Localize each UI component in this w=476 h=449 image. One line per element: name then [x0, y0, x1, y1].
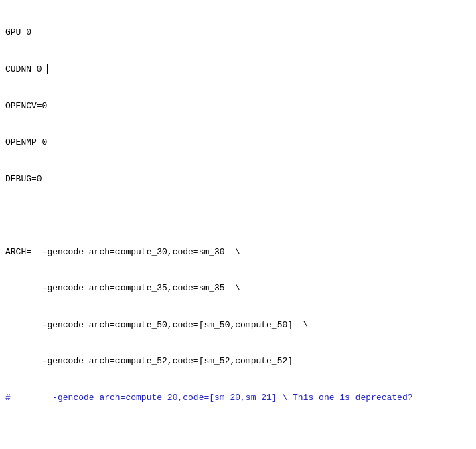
line-8: -gencode arch=compute_35,code=sm_35 \: [5, 282, 471, 294]
line-3: OPENCV=0: [5, 100, 471, 112]
line-5: DEBUG=0: [5, 173, 471, 185]
line-7: ARCH= -gencode arch=compute_30,code=sm_3…: [5, 246, 471, 258]
line-10: -gencode arch=compute_52,code=[sm_52,com…: [5, 355, 471, 367]
line-11: # -gencode arch=compute_20,code=[sm_20,s…: [5, 392, 471, 404]
line-1: GPU=0: [5, 27, 471, 39]
line-12: [5, 429, 471, 441]
line-4: OPENMP=0: [5, 137, 471, 149]
line-2: CUDNN=0: [5, 64, 471, 76]
code-block: GPU=0 CUDNN=0 OPENCV=0 OPENMP=0 DEBUG=0 …: [0, 0, 476, 449]
line-9: -gencode arch=compute_50,code=[sm_50,com…: [5, 319, 471, 331]
line-6: [5, 209, 471, 221]
